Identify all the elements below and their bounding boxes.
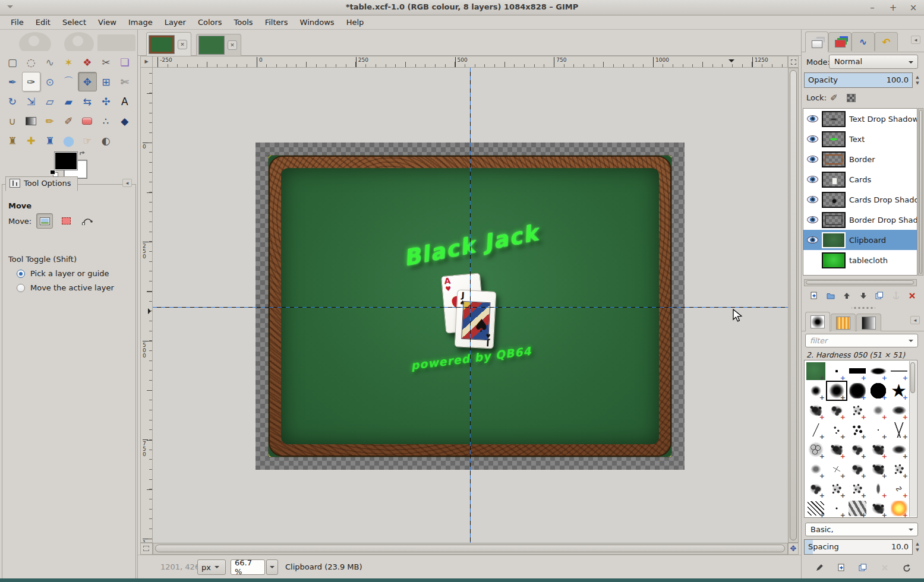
brush-tag-select[interactable]: Basic, — [805, 523, 918, 536]
brush-splat-c[interactable] — [847, 400, 868, 420]
tab-close-icon[interactable]: ✕ — [178, 40, 187, 49]
brush-filter-box[interactable] — [805, 334, 918, 347]
edit-brush-button[interactable] — [812, 561, 827, 575]
mode-select[interactable]: Normal — [829, 55, 918, 69]
menu-select[interactable]: Select — [56, 17, 92, 28]
navigation-button[interactable]: ✥ — [788, 543, 799, 555]
panel-collapse-icon[interactable]: ◂ — [911, 36, 920, 44]
tool-heal[interactable]: ✚ — [22, 131, 41, 150]
tab-gradients[interactable] — [856, 314, 881, 331]
visibility-eye-icon[interactable] — [807, 176, 818, 183]
brush-line[interactable] — [888, 361, 909, 381]
brush-dots-large[interactable] — [847, 420, 868, 439]
brush-dashes[interactable] — [826, 459, 847, 479]
move-target-layer-button[interactable] — [36, 213, 53, 229]
panel-collapse-icon[interactable]: ◂ — [910, 316, 920, 324]
scrollbar-thumb[interactable] — [919, 110, 922, 274]
brush-specks[interactable] — [826, 420, 847, 439]
brush-splat-soft[interactable] — [868, 400, 888, 420]
brush-circle-solid[interactable] — [868, 381, 888, 400]
layers-horizontal-scrollbar[interactable] — [804, 279, 917, 286]
tab-close-icon[interactable]: ✕ — [228, 40, 237, 50]
brush-image-green[interactable] — [805, 361, 826, 381]
brush-splat-d[interactable] — [888, 400, 909, 420]
brush-script[interactable] — [888, 479, 909, 498]
radio-move-active-layer[interactable]: Move the active layer — [17, 283, 114, 292]
menu-file[interactable]: File — [5, 17, 30, 28]
close-button[interactable]: × — [906, 2, 921, 14]
brush-dot-tiny[interactable] — [826, 361, 847, 381]
tool-shear[interactable]: ▱ — [40, 91, 59, 111]
visibility-eye-icon[interactable] — [807, 196, 818, 203]
refresh-brushes-button[interactable] — [899, 561, 914, 575]
tool-align[interactable]: ⊞ — [97, 72, 116, 91]
zoom-dropdown-button[interactable] — [266, 559, 278, 575]
move-target-path-button[interactable] — [79, 213, 96, 229]
canvas-viewport[interactable]: Black Jack A ♥ ♥ J ♠ ♠ J ♠ — [153, 68, 788, 543]
tool-zoom[interactable]: ⊙ — [40, 72, 59, 91]
tool-eraser[interactable] — [78, 111, 97, 131]
swap-colors-icon[interactable] — [78, 150, 87, 159]
image-tab-green-canvas[interactable]: ✕ — [196, 34, 241, 56]
brush-splat-b[interactable] — [826, 400, 847, 420]
minimize-button[interactable]: – — [865, 2, 880, 14]
brush-specks-light[interactable] — [847, 479, 868, 498]
horizontal-scrollbar[interactable] — [153, 543, 788, 555]
tool-smudge[interactable]: ☞ — [78, 131, 97, 150]
lock-pixels-icon[interactable]: ✐ — [830, 93, 838, 103]
layer-row-text[interactable]: Text — [803, 129, 917, 149]
tool-select-by-color[interactable]: ❖ — [78, 52, 97, 72]
tool-bucket-fill[interactable]: ∪ — [3, 111, 22, 131]
brush-texture-wide[interactable] — [888, 439, 909, 459]
brush-splat-f[interactable] — [805, 479, 826, 498]
tool-crop[interactable]: ✄ — [115, 72, 134, 91]
brush-star[interactable] — [888, 381, 909, 400]
opacity-spinner[interactable]: ▲▼ — [913, 72, 922, 88]
scrollbar-thumb[interactable] — [790, 70, 797, 540]
menu-help[interactable]: Help — [340, 17, 370, 28]
new-group-button[interactable] — [823, 289, 838, 303]
tab-patterns[interactable] — [831, 314, 856, 331]
brush-texture-small[interactable] — [805, 459, 826, 479]
radio-pick-layer-or-guide[interactable]: Pick a layer or guide — [17, 269, 109, 278]
brush-blobs[interactable] — [847, 459, 868, 479]
brush-texture-dark[interactable] — [868, 439, 888, 459]
tool-text[interactable]: A — [115, 91, 134, 111]
layers-scrollbar[interactable] — [918, 108, 923, 276]
brush-stroke-thin[interactable] — [805, 420, 826, 439]
dock-resize-grip[interactable] — [852, 305, 875, 310]
unit-select[interactable]: px — [197, 559, 226, 575]
brush-soft-medium[interactable] — [826, 381, 847, 400]
visibility-eye-icon[interactable] — [807, 135, 818, 143]
tool-cage-transform[interactable]: ✣ — [97, 91, 116, 111]
image-tab-blackjack-table[interactable]: ✕ — [146, 32, 191, 56]
tool-blur-sharpen[interactable]: ⬤ — [59, 131, 78, 150]
zoom-input[interactable]: 66.7 % — [231, 559, 265, 575]
spacing-slider[interactable]: Spacing 10.0 — [804, 539, 913, 555]
tool-scissors-select[interactable]: ✂ — [97, 52, 116, 72]
layer-row-text-drop-shadow[interactable]: Text Drop Shadow — [803, 109, 917, 129]
menu-tools[interactable]: Tools — [228, 17, 259, 28]
tool-measure[interactable]: ⌒ — [59, 72, 78, 91]
menu-windows[interactable]: Windows — [294, 17, 340, 28]
delete-layer-button[interactable] — [904, 289, 920, 303]
brush-scratch[interactable] — [888, 420, 909, 439]
brush-glow[interactable] — [888, 498, 909, 518]
tool-options-tab[interactable]: Tool Options — [5, 176, 78, 191]
tool-perspective[interactable]: ▰ — [59, 91, 78, 111]
brush-dots-fine[interactable] — [868, 420, 888, 439]
layer-row-border[interactable]: Border — [803, 149, 917, 169]
scrollbar-thumb[interactable] — [806, 280, 914, 284]
tool-rotate[interactable]: ↻ — [3, 91, 22, 111]
tool-airbrush[interactable]: ∴ — [97, 111, 116, 131]
visibility-eye-icon[interactable] — [807, 156, 818, 163]
brush-splat-g[interactable] — [826, 479, 847, 498]
visibility-eye-icon[interactable] — [807, 216, 818, 223]
duplicate-brush-button[interactable] — [855, 561, 871, 575]
brush-grid-scrollbar[interactable] — [909, 361, 916, 517]
layer-row-tablecloth[interactable]: tablecloth — [803, 250, 917, 270]
tool-dodge-burn[interactable]: ◐ — [97, 131, 116, 150]
tab-layers[interactable] — [805, 31, 828, 52]
scrollbar-thumb[interactable] — [910, 362, 915, 393]
panel-collapse-icon[interactable]: ◂ — [122, 179, 132, 187]
